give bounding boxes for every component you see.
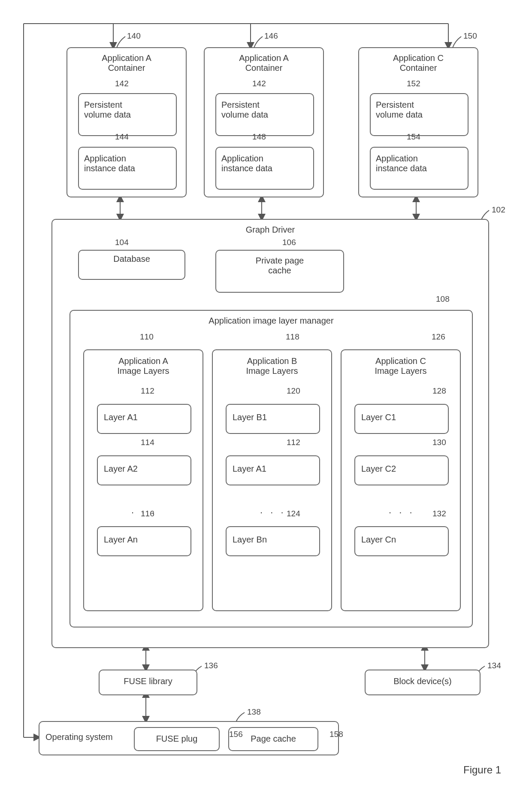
private-cache-box: Private page cache <box>215 250 344 293</box>
ref-104: 104 <box>115 238 129 247</box>
layer-box: Layer An <box>97 526 191 556</box>
group-title: Application C Image Layers <box>342 356 460 376</box>
layer-box: Layer A1 <box>97 404 191 434</box>
ref-150: 150 <box>463 31 477 41</box>
ref-128: 128 <box>432 386 446 396</box>
persistent-volume-box: Persistent volume data <box>370 93 469 136</box>
layer-label: Layer B1 <box>233 412 267 422</box>
ref-114: 114 <box>141 438 154 447</box>
group-title: Application A Image Layers <box>84 356 203 376</box>
layer-label: Layer Bn <box>233 535 267 545</box>
layer-label: Layer A1 <box>233 464 266 474</box>
container-a2: Application A Container Persistent volum… <box>204 47 324 197</box>
persistent-volume-box: Persistent volume data <box>215 93 314 136</box>
ref-106: 106 <box>282 238 296 247</box>
ref-148: 148 <box>252 132 266 142</box>
ref-112a: 112 <box>141 386 154 396</box>
ref-120: 120 <box>287 386 300 396</box>
ref-142b: 142 <box>252 79 266 88</box>
ref-132: 132 <box>432 509 446 518</box>
ref-138: 138 <box>247 707 261 717</box>
persistent-volume-label: Persistent volume data <box>221 100 268 120</box>
ref-134: 134 <box>487 661 501 670</box>
layer-box: Layer C1 <box>354 404 449 434</box>
ref-156: 156 <box>229 730 243 739</box>
layer-box: Layer A1 <box>226 455 320 485</box>
os-label: Operating system <box>45 732 113 742</box>
ref-116: 116 <box>141 509 154 518</box>
operating-system-box: Operating system FUSE plug Page cache <box>39 721 339 755</box>
figure-caption: Figure 1 <box>463 764 501 776</box>
ref-142a: 142 <box>115 79 129 88</box>
ref-130: 130 <box>432 438 446 447</box>
layer-label: Layer Cn <box>361 535 396 545</box>
layer-manager-title: Application image layer manager <box>70 316 472 326</box>
container-a: Application A Container Persistent volum… <box>66 47 187 197</box>
ref-124: 124 <box>287 509 300 518</box>
layer-label: Layer C2 <box>361 464 396 474</box>
layer-manager: Application image layer manager Applicat… <box>70 310 473 627</box>
app-instance-label: Application instance data <box>376 154 427 173</box>
ref-102: 102 <box>492 205 505 215</box>
ref-110: 110 <box>140 332 154 342</box>
ellipsis-icon: . . . <box>260 505 286 516</box>
image-layers-b: Application B Image Layers Layer B1 Laye… <box>212 349 332 611</box>
layer-box: Layer Bn <box>226 526 320 556</box>
app-instance-label: Application instance data <box>84 154 135 173</box>
app-instance-label: Application instance data <box>221 154 272 173</box>
group-title: Application B Image Layers <box>213 356 331 376</box>
ref-140: 140 <box>127 31 141 41</box>
layer-box: Layer Cn <box>354 526 449 556</box>
graph-driver-title: Graph Driver <box>52 225 488 235</box>
ref-108: 108 <box>436 294 450 304</box>
layer-label: Layer A2 <box>104 464 138 474</box>
layer-label: Layer C1 <box>361 412 396 422</box>
fuse-library-label: FUSE library <box>100 676 196 686</box>
container-title: Application A Container <box>67 53 186 73</box>
layer-box: Layer C2 <box>354 455 449 485</box>
fuse-plug-label: FUSE plug <box>135 734 219 744</box>
ref-136: 136 <box>204 661 218 670</box>
ref-154: 154 <box>407 132 420 142</box>
container-title: Application C Container <box>359 53 478 73</box>
ref-126: 126 <box>432 332 445 342</box>
ref-146: 146 <box>264 31 278 41</box>
layer-box: Layer A2 <box>97 455 191 485</box>
fuse-library-box: FUSE library <box>99 670 197 695</box>
layer-label: Layer A1 <box>104 412 138 422</box>
persistent-volume-label: Persistent volume data <box>84 100 131 120</box>
container-title: Application A Container <box>205 53 323 73</box>
app-instance-box: Application instance data <box>215 147 314 190</box>
private-cache-label: Private page cache <box>216 256 343 276</box>
layer-box: Layer B1 <box>226 404 320 434</box>
fuse-plug-box: FUSE plug <box>134 727 220 751</box>
database-box: Database <box>78 250 185 280</box>
ref-112b: 112 <box>287 438 300 447</box>
app-instance-box: Application instance data <box>370 147 469 190</box>
ref-118: 118 <box>286 332 299 342</box>
ellipsis-icon: . . . <box>389 505 415 516</box>
ref-152: 152 <box>407 79 420 88</box>
persistent-volume-label: Persistent volume data <box>376 100 423 120</box>
layer-label: Layer An <box>104 535 138 545</box>
block-devices-box: Block device(s) <box>365 670 481 695</box>
ref-144: 144 <box>115 132 129 142</box>
graph-driver: Graph Driver Database Private page cache… <box>51 219 489 648</box>
persistent-volume-box: Persistent volume data <box>78 93 177 136</box>
database-label: Database <box>79 254 184 264</box>
app-instance-box: Application instance data <box>78 147 177 190</box>
ref-158: 158 <box>329 730 343 739</box>
container-c: Application C Container Persistent volum… <box>358 47 478 197</box>
block-devices-label: Block device(s) <box>366 676 480 686</box>
